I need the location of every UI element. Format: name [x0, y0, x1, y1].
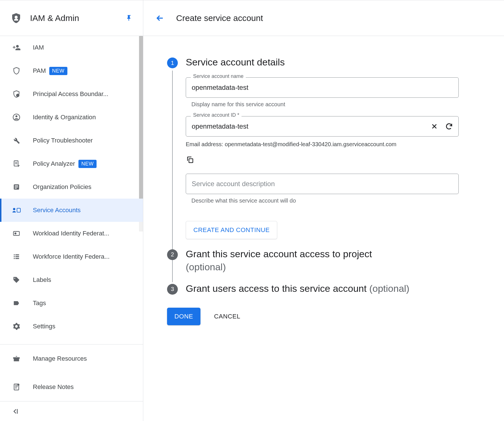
step-2[interactable]: 2 Grant this service account access to p… [167, 248, 480, 274]
sidebar-item-label: IAM [33, 44, 44, 51]
iam-admin-shield-icon [10, 11, 22, 25]
sidebar-item-tags[interactable]: Tags [0, 292, 143, 315]
service-account-name-label: Service account name [191, 73, 246, 79]
copy-email-button[interactable] [186, 156, 194, 164]
svg-rect-16 [16, 258, 19, 259]
cancel-button[interactable]: CANCEL [214, 313, 240, 320]
document-check-icon [11, 160, 22, 168]
sidebar-item-label: Labels [33, 276, 51, 284]
svg-point-19 [18, 384, 19, 386]
sidebar-item-label: Service Accounts [33, 207, 81, 214]
main-header: Create service account [143, 0, 504, 36]
step-1-title: Service account details [186, 56, 480, 69]
sidebar-item-label: Workload Identity Federat... [33, 230, 109, 237]
shield-outline-icon [11, 67, 22, 75]
sidebar-item-label: Workforce Identity Federa... [33, 253, 110, 260]
person-add-icon [11, 44, 22, 52]
card-account-icon [11, 229, 22, 237]
service-account-email: Email address: openmetadata-test@modifie… [186, 141, 480, 148]
sidebar-item-service-accounts[interactable]: Service Accounts [0, 199, 143, 222]
step-number-3: 3 [167, 284, 178, 295]
sidebar-item-label: Identity & Organization [33, 114, 96, 121]
svg-point-1 [16, 45, 19, 48]
new-badge: NEW [78, 160, 97, 168]
svg-point-0 [15, 16, 18, 19]
sidebar-item-settings[interactable]: Settings [0, 315, 143, 338]
new-badge: NEW [49, 67, 67, 75]
service-account-description-input[interactable] [186, 174, 459, 194]
sidebar-nav: IAM PAM NEW Principal Access Boundar... [0, 36, 143, 344]
create-and-continue-button[interactable]: CREATE AND CONTINUE [186, 221, 277, 239]
sidebar-item-label: Policy Troubleshooter [33, 137, 93, 144]
step-3[interactable]: 3 Grant users access to this service acc… [167, 282, 480, 295]
sidebar: IAM & Admin IAM PAM NEW [0, 0, 143, 421]
sidebar-item-label: PAM [33, 67, 46, 75]
sidebar-title: IAM & Admin [30, 13, 125, 23]
tag-icon [11, 276, 22, 284]
service-account-id-input[interactable] [186, 116, 459, 137]
sidebar-item-label: Principal Access Boundar... [33, 90, 108, 98]
back-button[interactable] [155, 13, 165, 23]
list-icon [11, 253, 22, 261]
person-circle-icon [11, 113, 22, 121]
svg-rect-8 [17, 208, 20, 212]
sidebar-item-label: Organization Policies [33, 183, 91, 191]
service-account-icon [11, 207, 22, 213]
service-account-name-hint: Display name for this service account [191, 101, 480, 108]
sidebar-item-principal-access-boundary[interactable]: Principal Access Boundar... [0, 82, 143, 106]
sidebar-item-label: Policy Analyzer [33, 160, 75, 167]
gear-icon [11, 322, 22, 330]
sidebar-collapse-toggle[interactable] [0, 401, 143, 421]
step-2-title: Grant this service account access to pro… [186, 248, 480, 274]
shield-lock-icon [11, 90, 22, 98]
svg-point-10 [15, 233, 16, 234]
stepper-line [172, 262, 173, 282]
sidebar-item-manage-resources[interactable]: Manage Resources [0, 345, 143, 373]
page-title: Create service account [176, 13, 263, 23]
service-account-name-input[interactable] [186, 77, 459, 98]
sidebar-header: IAM & Admin [0, 0, 143, 36]
sidebar-item-label: Tags [33, 299, 46, 307]
svg-rect-20 [189, 159, 193, 163]
sidebar-item-label: Release Notes [33, 383, 74, 391]
sidebar-item-pam[interactable]: PAM NEW [0, 59, 143, 82]
content: 1 Service account details Service accoun… [143, 36, 504, 337]
label-icon [11, 299, 22, 307]
clear-id-button[interactable] [430, 122, 438, 130]
sidebar-item-identity-organization[interactable]: Identity & Organization [0, 106, 143, 129]
sidebar-item-workload-identity-federation[interactable]: Workload Identity Federat... [0, 222, 143, 245]
svg-point-7 [13, 208, 15, 210]
sidebar-item-iam[interactable]: IAM [0, 36, 143, 59]
svg-rect-13 [14, 256, 15, 257]
svg-point-2 [16, 94, 19, 97]
form-actions: DONE CANCEL [167, 308, 480, 325]
notes-icon [11, 383, 22, 391]
sidebar-item-release-notes[interactable]: Release Notes [0, 373, 143, 401]
svg-point-4 [16, 115, 18, 117]
svg-rect-14 [16, 256, 19, 257]
sidebar-item-workforce-identity-federation[interactable]: Workforce Identity Federa... [0, 245, 143, 268]
step-number-1: 1 [167, 58, 178, 68]
svg-rect-11 [14, 254, 15, 256]
svg-point-17 [14, 278, 15, 279]
service-account-id-label: Service account ID * [191, 112, 242, 118]
chevron-left-icon [11, 407, 19, 415]
sidebar-item-labels[interactable]: Labels [0, 268, 143, 292]
done-button[interactable]: DONE [167, 308, 200, 325]
sidebar-item-policy-analyzer[interactable]: Policy Analyzer NEW [0, 152, 143, 175]
briefcase-icon [11, 355, 22, 363]
regenerate-id-button[interactable] [445, 122, 453, 130]
step-1: 1 Service account details Service accoun… [167, 56, 480, 239]
sidebar-item-label: Settings [33, 323, 55, 330]
pin-icon[interactable] [125, 14, 133, 22]
sidebar-item-organization-policies[interactable]: Organization Policies [0, 175, 143, 199]
step-number-2: 2 [167, 249, 178, 260]
stepper-line [172, 71, 173, 275]
main: Create service account 1 Service account… [143, 0, 504, 421]
svg-rect-12 [16, 254, 19, 256]
wrench-icon [11, 137, 22, 144]
sidebar-item-policy-troubleshooter[interactable]: Policy Troubleshooter [0, 129, 143, 152]
svg-rect-15 [14, 258, 15, 259]
article-icon [11, 183, 22, 191]
sidebar-footer: Manage Resources Release Notes [0, 344, 143, 401]
